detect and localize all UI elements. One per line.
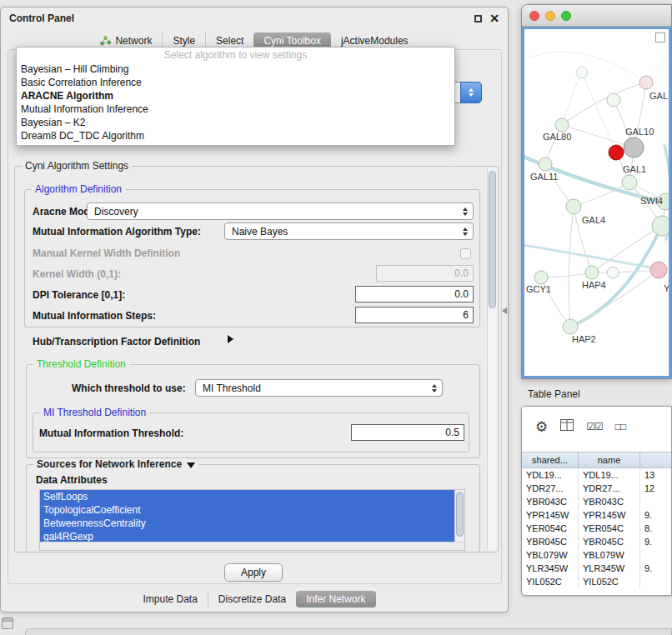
sources-group-title[interactable]: Sources for Network Inference <box>33 458 198 470</box>
attribute-list-item[interactable]: SelfLoops <box>40 490 454 503</box>
network-edge[interactable] <box>524 244 651 268</box>
table-column-header[interactable] <box>640 452 672 468</box>
network-canvas-container[interactable]: GALGAL80GAL10GAL11GAL1SWI4GAL4GCY1HAP4YH… <box>522 27 671 378</box>
table-cell: 9. <box>640 562 671 575</box>
table-cell: YBL079W <box>579 548 640 562</box>
sources-title-text: Sources for Network Inference <box>37 458 182 470</box>
kernel-width-field[interactable] <box>376 265 474 282</box>
close-traffic-light-icon[interactable] <box>529 11 539 21</box>
bottom-tab-impute-data[interactable]: Impute Data <box>133 591 207 608</box>
aracne-mode-select[interactable]: Discovery <box>87 202 474 220</box>
apply-button[interactable]: Apply <box>224 563 283 582</box>
bottom-tab-discretize-data[interactable]: Discretize Data <box>208 591 296 608</box>
algorithm-option[interactable]: Bayesian – Hill Climbing <box>17 62 454 76</box>
network-node[interactable] <box>585 266 599 279</box>
network-node[interactable] <box>639 76 653 89</box>
network-node[interactable] <box>652 216 670 236</box>
algorithm-option[interactable]: Mutual Information Inference <box>17 102 454 116</box>
network-edge[interactable] <box>562 125 634 148</box>
settings-scrollbar[interactable] <box>487 168 497 550</box>
algorithm-option[interactable]: Dream8 DC_TDC Algorithm <box>17 129 454 142</box>
manual-kernel-checkbox[interactable] <box>460 248 471 259</box>
network-node[interactable] <box>650 262 667 278</box>
algorithm-option[interactable]: Bayesian – K2 <box>17 116 454 129</box>
network-node[interactable] <box>607 93 620 107</box>
network-edge[interactable] <box>569 207 574 327</box>
table-row[interactable]: YBR043CYBR043C <box>522 495 671 508</box>
mi-type-value: Naive Bayes <box>232 226 288 238</box>
table-row[interactable]: YDR27...YDR27...12 <box>522 482 671 495</box>
control-panel-titlebar[interactable]: Control Panel ✕ <box>1 8 508 29</box>
close-window-icon[interactable]: ✕ <box>489 12 499 24</box>
network-node[interactable] <box>622 175 637 190</box>
network-edge[interactable] <box>562 72 582 125</box>
network-node-label: GAL11 <box>530 172 558 182</box>
algorithm-option[interactable]: Basic Correlation Inference <box>17 76 454 89</box>
dpi-tolerance-field[interactable] <box>355 286 474 302</box>
network-node-label: HAP4 <box>582 280 606 290</box>
table-row[interactable]: YER054CYER054C8. <box>522 522 671 535</box>
which-threshold-select[interactable]: MI Threshold <box>195 379 443 397</box>
list-scrollbar-thumb[interactable] <box>456 492 464 537</box>
network-edge[interactable] <box>541 272 592 278</box>
table-row[interactable]: YDL19...YDL19...13 <box>522 468 671 482</box>
birdseye-view-icon[interactable] <box>655 32 665 42</box>
table-row[interactable]: YLR345WYLR345W9. <box>522 562 671 575</box>
hub-definition-expander-label[interactable]: Hub/Transcription Factor Definition <box>33 336 200 348</box>
network-canvas[interactable]: GALGAL80GAL10GAL11GAL1SWI4GAL4GCY1HAP4YH… <box>524 29 670 378</box>
control-panel-window: Control Panel ✕ NetworkStyleSelectCyni T… <box>0 7 509 612</box>
splitter-collapse-icon[interactable] <box>502 308 507 314</box>
bottom-tab-infer-network[interactable]: Infer Network <box>296 591 375 608</box>
attribute-list-item[interactable]: BetweennessCentrality <box>40 517 454 530</box>
table-row[interactable]: YPR145WYPR145W9. <box>522 508 671 522</box>
network-node[interactable] <box>609 145 624 160</box>
network-node-label: Y <box>664 283 670 293</box>
algorithm-option[interactable]: ARACNE Algorithm <box>17 89 454 102</box>
algorithm-definition-title: Algorithm Definition <box>32 183 125 195</box>
mi-type-select[interactable]: Naive Bayes <box>224 222 474 240</box>
attribute-list-item[interactable]: TopologicalCoefficient <box>40 503 454 517</box>
expander-expanded-icon[interactable] <box>187 462 195 468</box>
table-column-header[interactable]: name <box>579 452 640 468</box>
network-window-titlebar[interactable] <box>522 5 671 27</box>
mi-threshold-field[interactable] <box>351 424 464 441</box>
network-node[interactable] <box>607 267 619 278</box>
threshold-definition-title: Threshold Definition <box>33 358 129 370</box>
network-node[interactable] <box>624 138 644 158</box>
minimized-panel-icon[interactable] <box>2 618 13 629</box>
columns-icon[interactable] <box>560 419 574 434</box>
network-node[interactable] <box>566 199 581 214</box>
table-column-header[interactable]: shared... <box>522 452 579 468</box>
table-cell: YDR27... <box>522 482 579 495</box>
gear-icon[interactable]: ⚙ <box>535 420 548 434</box>
table-row[interactable]: YIL052CYIL052C <box>522 575 671 588</box>
table-cell: YBR045C <box>579 535 640 548</box>
tab-label: Style <box>173 35 195 47</box>
clear-all-columns-icon[interactable]: □□ <box>615 421 626 432</box>
table-row[interactable]: YBR045CYBR045C9. <box>522 535 671 548</box>
table-cell: YBL079W <box>522 548 579 562</box>
float-window-icon[interactable] <box>474 15 482 22</box>
data-attributes-listbox[interactable]: SelfLoopsTopologicalCoefficientBetweenne… <box>39 489 465 551</box>
expander-collapsed-icon[interactable] <box>228 335 233 343</box>
zoom-traffic-light-icon[interactable] <box>561 11 571 21</box>
settings-scrollbar-thumb[interactable] <box>489 171 496 308</box>
network-node[interactable] <box>534 271 548 284</box>
mi-steps-field[interactable] <box>355 307 474 323</box>
network-node[interactable] <box>539 158 552 171</box>
list-horizontal-scrollbar[interactable] <box>40 542 464 550</box>
network-node[interactable] <box>576 67 588 78</box>
table-cell: YIL052C <box>522 575 579 588</box>
minimize-traffic-light-icon[interactable] <box>545 11 555 21</box>
select-all-columns-icon[interactable]: ☑☑ <box>586 421 603 432</box>
mi-threshold-label: Mutual Information Threshold: <box>39 428 183 439</box>
data-attributes-label: Data Attributes <box>36 474 108 486</box>
combo-arrow-button-icon[interactable] <box>460 82 482 103</box>
network-node[interactable] <box>555 118 569 132</box>
table-row[interactable]: YBL079WYBL079W <box>522 548 671 562</box>
list-vertical-scrollbar[interactable] <box>454 490 464 542</box>
table-cell: YDR27... <box>579 482 640 495</box>
network-edge[interactable] <box>524 52 646 82</box>
network-node[interactable] <box>563 319 578 334</box>
table-cell: YPR145W <box>522 508 579 522</box>
